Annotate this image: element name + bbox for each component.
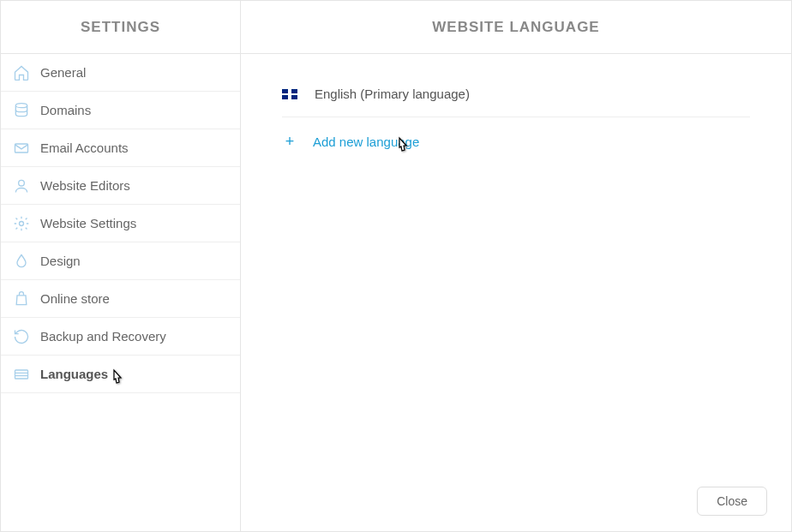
sidebar-item-online-store[interactable]: Online store — [1, 280, 240, 318]
flag-uk-icon — [282, 89, 297, 99]
svg-rect-1 — [15, 144, 28, 152]
main: WEBSITE LANGUAGE English (Primary langua… — [241, 1, 791, 531]
sidebar-item-design[interactable]: Design — [1, 242, 240, 280]
sidebar: SETTINGS General Domains Email Accounts — [1, 1, 241, 531]
svg-point-2 — [19, 180, 25, 186]
sidebar-item-label: General — [40, 65, 86, 80]
svg-point-0 — [15, 103, 27, 107]
main-header: WEBSITE LANGUAGE — [241, 1, 791, 54]
user-icon — [13, 177, 30, 194]
sidebar-item-label: Online store — [40, 291, 110, 306]
sidebar-item-domains[interactable]: Domains — [1, 92, 240, 129]
main-title: WEBSITE LANGUAGE — [432, 19, 599, 36]
sidebar-header: SETTINGS — [1, 1, 240, 54]
primary-language-label: English (Primary language) — [315, 87, 470, 101]
language-icon — [13, 366, 30, 383]
sidebar-item-email-accounts[interactable]: Email Accounts — [1, 129, 240, 167]
sidebar-item-general[interactable]: General — [1, 54, 240, 92]
plus-icon: + — [282, 133, 297, 151]
restore-icon — [13, 328, 30, 345]
mail-icon — [13, 140, 30, 157]
primary-language-row[interactable]: English (Primary language) — [282, 80, 750, 117]
drop-icon — [13, 253, 30, 270]
add-language-button[interactable]: + Add new language — [282, 117, 750, 166]
add-language-label: Add new language — [313, 134, 419, 149]
sidebar-item-languages[interactable]: Languages — [1, 356, 240, 393]
sidebar-item-label: Email Accounts — [40, 140, 129, 155]
sidebar-item-label: Website Editors — [40, 178, 130, 193]
sidebar-item-label: Languages — [40, 367, 108, 381]
sidebar-title: SETTINGS — [81, 19, 160, 36]
sidebar-item-website-editors[interactable]: Website Editors — [1, 167, 240, 205]
home-icon — [13, 64, 30, 81]
svg-point-3 — [20, 221, 24, 225]
gear-icon — [13, 215, 30, 232]
bag-icon — [13, 290, 30, 308]
sidebar-list: General Domains Email Accounts Website E… — [1, 54, 240, 393]
close-button[interactable]: Close — [697, 487, 767, 516]
sidebar-item-website-settings[interactable]: Website Settings — [1, 205, 240, 242]
sidebar-item-label: Design — [40, 254, 81, 268]
sidebar-item-label: Website Settings — [40, 216, 136, 230]
footer: Close — [697, 487, 767, 516]
database-icon — [13, 102, 30, 119]
sidebar-item-backup-and-recovery[interactable]: Backup and Recovery — [1, 318, 240, 356]
main-body: English (Primary language) + Add new lan… — [241, 54, 791, 531]
svg-rect-4 — [15, 370, 28, 379]
sidebar-item-label: Backup and Recovery — [40, 329, 166, 344]
sidebar-item-label: Domains — [40, 103, 91, 117]
